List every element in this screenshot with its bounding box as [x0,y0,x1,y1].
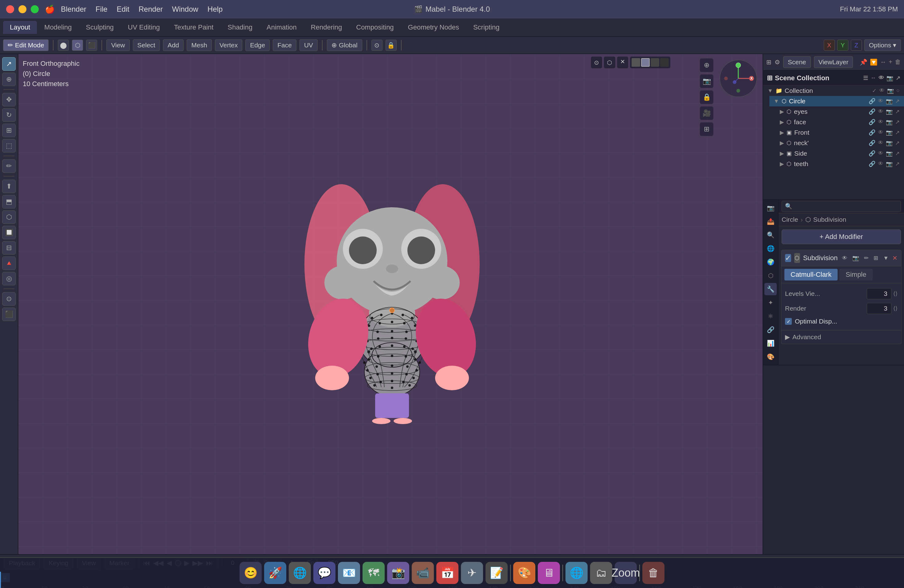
dock-trash[interactable]: 🗑 [642,562,664,584]
xyz-z[interactable]: Z [851,40,862,51]
knife-tool[interactable]: 🔺 [2,256,16,270]
circle-select-icon[interactable]: ↗ [895,98,900,104]
vis-render-icon[interactable]: 📷 [887,87,894,94]
side-render-icon[interactable]: 📷 [886,150,893,157]
viewport-gizmo[interactable]: X Y [718,58,758,98]
menu-file[interactable]: File [96,5,107,14]
prop-tab-particles[interactable]: ✦ [764,296,777,309]
circle-constraint-icon[interactable]: 🔗 [869,98,876,104]
prop-tab-object[interactable]: ⬡ [764,269,777,282]
tab-rendering[interactable]: Rendering [304,21,349,34]
annotate-tool[interactable]: ✏ [2,159,16,173]
dock-calendar[interactable]: 📅 [436,562,458,584]
levels-viewport-value[interactable]: 3 [867,288,891,299]
face-render-icon[interactable]: 📷 [886,119,893,125]
neck-constraint-icon[interactable]: 🔗 [869,140,876,146]
viewport[interactable]: Front Orthographic (0) Circle 10 Centime… [19,54,763,554]
toolbar-select[interactable]: Select [133,40,160,51]
tab-animation[interactable]: Animation [260,21,303,34]
toolbar-mesh[interactable]: Mesh [186,40,212,51]
dock-mail[interactable]: 📧 [338,562,360,584]
xray-toggle[interactable]: ✕ [617,57,628,68]
scale-tool[interactable]: ⊞ [2,123,16,137]
sync-icon[interactable]: ↔ [880,58,886,66]
prop-tab-material[interactable]: 🎨 [764,351,777,363]
teeth-select-icon[interactable]: ↗ [895,161,900,167]
wireframe-mode[interactable] [632,58,640,67]
smooth-vertices-tool[interactable]: ⊙ [2,292,16,306]
menu-edit[interactable]: Edit [117,5,129,14]
tree-item-front[interactable]: ▶ ▣ Front 🔗 👁 📷 ↗ [776,127,904,138]
tab-geometry-nodes[interactable]: Geometry Nodes [401,21,466,34]
tree-item-circle[interactable]: ▼ ⬡ Circle 🔗 👁 📷 ↗ [769,96,904,106]
dock-vscode[interactable]: 🖥 [538,562,560,584]
face-constraint-icon[interactable]: 🔗 [869,119,876,125]
modifier-cage-toggle[interactable]: ⊞ [872,253,879,262]
tree-item-eyes[interactable]: ▶ ⬡ eyes 🔗 👁 📷 ↗ [776,106,904,117]
toolbar-uv[interactable]: UV [299,40,318,51]
dock-contacts[interactable]: ✈ [461,562,483,584]
front-render-icon[interactable]: 📷 [886,129,893,136]
prop-tab-output[interactable]: 📤 [764,215,777,228]
prop-tab-world[interactable]: 🌍 [764,256,777,268]
dock-launchpad[interactable]: 🚀 [264,562,286,584]
dock-facetime[interactable]: 📹 [412,562,434,584]
view-grid[interactable]: ⊞ [700,122,713,136]
dock-zoom[interactable]: Zoom [615,562,637,584]
eyes-constraint-icon[interactable]: 🔗 [869,108,876,115]
dock-messages[interactable]: 💬 [313,562,335,584]
snap-toggle[interactable]: 🔒 [386,40,397,51]
view-mode-edges[interactable]: ⬡ [72,40,83,51]
delete-icon[interactable]: 🗑 [895,58,901,66]
menu-render[interactable]: Render [139,5,163,14]
side-select-icon[interactable]: ↗ [895,150,900,157]
side-eye-icon[interactable]: 👁 [878,150,883,157]
edit-mode-selector[interactable]: ✏ Edit Mode [3,40,49,51]
front-select-icon[interactable]: ↗ [895,129,900,136]
tab-sculpting[interactable]: Sculpting [79,21,120,34]
dock-photos[interactable]: 📸 [387,562,409,584]
dock-safari[interactable]: 🌐 [289,562,311,584]
simple-tab[interactable]: Simple [839,269,872,280]
tab-shading[interactable]: Shading [221,21,259,34]
offset-edge-loop-tool[interactable]: ⊟ [2,241,16,254]
rotate-tool[interactable]: ↻ [2,108,16,122]
view-render[interactable]: 🎥 [700,106,713,120]
dock-maps[interactable]: 🗺 [362,562,385,584]
dock-notes[interactable]: 📝 [485,562,508,584]
transform-tool[interactable]: ⬚ [2,139,16,153]
toolbar-edge[interactable]: Edge [245,40,270,51]
outliner-select-icon[interactable]: ↗ [896,75,900,82]
pin-icon[interactable]: 📌 [860,58,868,66]
vis-eye-icon[interactable]: 👁 [879,87,885,94]
view-mode-faces[interactable]: ⬛ [86,40,97,51]
outliner-sync-icon[interactable]: ↔ [871,75,876,82]
side-constraint-icon[interactable]: 🔗 [869,150,876,157]
view-mode-vertices[interactable]: ⬤ [58,40,69,51]
toolbar-face[interactable]: Face [273,40,296,51]
properties-toggle[interactable]: ⚙ [774,58,780,66]
eyes-select-icon[interactable]: ↗ [895,108,900,115]
viewlayer-selector[interactable]: ViewLayer [814,56,853,68]
icon-tabs-toggle[interactable]: ⊞ [766,58,771,66]
zoom-to-fit[interactable]: ⊕ [700,58,713,72]
global-selector[interactable]: ⊕ Global [327,40,362,51]
new-icon[interactable]: + [889,58,892,66]
prop-tab-view[interactable]: 🔍 [764,229,777,241]
eyes-render-icon[interactable]: 📷 [886,108,893,115]
prop-tab-constraints[interactable]: 🔗 [764,324,777,336]
xyz-x[interactable]: X [824,40,835,51]
circle-eye-icon[interactable]: 👁 [878,98,883,104]
dock-blender[interactable]: 🎨 [513,562,535,584]
tab-layout[interactable]: Layout [3,21,37,34]
minimize-button[interactable] [19,5,27,13]
modifier-expand-icon[interactable]: ▼ [882,254,890,262]
modifier-close-button[interactable]: ✕ [892,254,898,262]
modifier-realtime-toggle[interactable]: 👁 [841,254,849,262]
dock-finder2[interactable]: 🗂 [590,562,612,584]
front-constraint-icon[interactable]: 🔗 [869,129,876,136]
neck-select-icon[interactable]: ↗ [895,140,900,146]
render-value[interactable]: 3 [867,303,891,314]
inset-faces-tool[interactable]: ⬒ [2,195,16,209]
prop-tab-render[interactable]: 📷 [764,202,777,214]
